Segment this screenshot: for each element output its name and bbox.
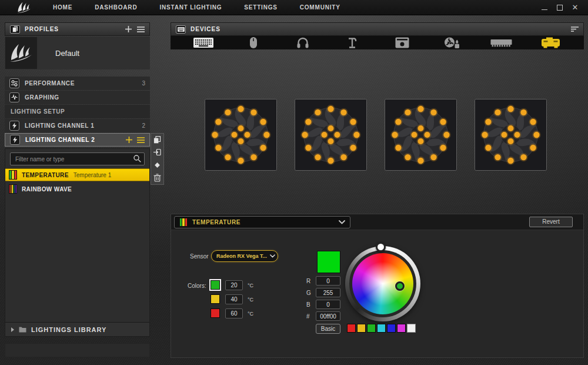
corsair-logo-icon xyxy=(15,1,33,14)
device-memory[interactable] xyxy=(476,36,526,49)
hex-input[interactable] xyxy=(316,311,340,321)
lighting-name: RAINBOW WAVE xyxy=(22,186,72,193)
swatch-red[interactable] xyxy=(347,324,356,333)
device-cooler[interactable] xyxy=(427,36,476,49)
performance-icon xyxy=(9,78,19,88)
swatch-white[interactable] xyxy=(407,324,416,333)
graphing-icon xyxy=(9,92,19,102)
nav-settings[interactable]: SETTINGS xyxy=(244,4,277,11)
close-icon[interactable]: ✕ xyxy=(572,4,579,11)
g-label: G xyxy=(306,290,313,296)
maximize-icon[interactable] xyxy=(556,4,563,11)
temp-input-2[interactable] xyxy=(225,294,243,304)
minimize-icon[interactable] xyxy=(541,4,548,11)
copy-icon[interactable] xyxy=(153,136,161,144)
lighting-name: TEMPERATURE xyxy=(22,172,69,178)
rainbow-gradient-icon xyxy=(9,184,17,194)
temperature-gradient-icon xyxy=(179,218,188,227)
filter-input[interactable] xyxy=(10,152,145,165)
fan-2[interactable] xyxy=(295,99,367,171)
device-headset[interactable] xyxy=(278,36,328,49)
swatch-cyan[interactable] xyxy=(377,324,386,333)
devices-sort-icon[interactable] xyxy=(571,26,579,32)
chevron-down-icon xyxy=(339,220,345,224)
color-selector[interactable] xyxy=(395,281,405,291)
device-lighting-node[interactable] xyxy=(526,36,576,49)
lighting-item-rainbow-wave[interactable]: RAINBOW WAVE xyxy=(5,182,149,195)
channel1-badge: 2 xyxy=(142,122,145,129)
add-lighting-icon[interactable] xyxy=(126,137,132,143)
sensor-dropdown[interactable]: Radeon RX Vega T... xyxy=(211,250,278,262)
nav-community[interactable]: COMMUNITY xyxy=(300,4,340,11)
swatch-blue[interactable] xyxy=(387,324,396,333)
search-icon xyxy=(133,155,141,162)
devices-panel: DEVICES xyxy=(171,22,584,49)
temp-input-3[interactable] xyxy=(225,308,243,318)
device-mouse[interactable] xyxy=(228,36,278,49)
delete-icon[interactable] xyxy=(153,174,161,182)
profiles-menu-icon[interactable] xyxy=(137,26,145,32)
swatch-green[interactable] xyxy=(367,324,376,333)
performance-label: PERFORMANCE xyxy=(25,80,75,87)
main-nav: HOME DASHBOARD INSTANT LIGHTING SETTINGS… xyxy=(53,4,340,11)
sidebar-item-graphing[interactable]: GRAPHING xyxy=(5,91,150,104)
profiles-icon xyxy=(10,25,20,34)
devices-icon xyxy=(176,25,186,34)
graphing-label: GRAPHING xyxy=(25,94,59,101)
effect-dropdown[interactable]: TEMPERATURE xyxy=(174,216,350,228)
channel2-menu-icon[interactable] xyxy=(137,137,145,143)
brightness-knob[interactable] xyxy=(376,242,386,252)
devices-header: DEVICES xyxy=(171,22,584,36)
device-keyboard[interactable] xyxy=(179,36,228,49)
unit-label: °C xyxy=(248,283,253,288)
nav-instant-lighting[interactable]: INSTANT LIGHTING xyxy=(159,4,222,11)
swatch-magenta[interactable] xyxy=(397,324,406,333)
fan-3[interactable] xyxy=(385,99,457,171)
color-preview xyxy=(317,251,340,273)
import-icon[interactable] xyxy=(153,148,161,156)
r-input[interactable] xyxy=(316,276,340,286)
sidebar-item-lighting-channel-2[interactable]: LIGHTING CHANNEL 2 xyxy=(5,133,150,147)
hex-label: # xyxy=(306,313,313,320)
folder-icon xyxy=(19,326,26,333)
lighting-list-panel: TEMPERATURE Temperature 1 RAINBOW WAVE L… xyxy=(5,148,150,337)
channel2-label: LIGHTING CHANNEL 2 xyxy=(25,137,95,143)
nav-home[interactable]: HOME xyxy=(53,4,72,11)
color-stop-swatch-1[interactable] xyxy=(211,280,220,290)
fan-canvas xyxy=(205,99,547,171)
profiles-header: PROFILES xyxy=(5,22,150,36)
device-headset-stand[interactable] xyxy=(328,36,377,49)
add-profile-icon[interactable] xyxy=(125,26,132,32)
chevron-down-icon xyxy=(270,254,275,258)
color-stop-swatch-2[interactable] xyxy=(211,294,220,304)
effect-bar: TEMPERATURE Revert xyxy=(171,214,583,230)
revert-button[interactable]: Revert xyxy=(529,217,573,227)
device-strip xyxy=(171,36,584,49)
nav-dashboard[interactable]: DASHBOARD xyxy=(95,4,137,11)
lighting-item-temperature[interactable]: TEMPERATURE Temperature 1 xyxy=(5,168,149,181)
fan-4[interactable] xyxy=(475,99,547,171)
g-input[interactable] xyxy=(316,288,340,297)
sidebar-item-performance[interactable]: PERFORMANCE 3 xyxy=(5,77,150,90)
sidebar-nav: PERFORMANCE 3 GRAPHING LIGHTING SETUP LI… xyxy=(5,77,150,147)
fan-1[interactable] xyxy=(205,99,277,171)
profiles-panel: PROFILES Default xyxy=(5,22,150,69)
color-wheel xyxy=(345,246,420,321)
profile-default[interactable]: Default xyxy=(5,36,150,69)
sidebar-footer-bar xyxy=(5,343,150,357)
color-stop-swatch-3[interactable] xyxy=(211,308,220,318)
basic-mode-button[interactable]: Basic xyxy=(316,324,340,334)
window-controls: ✕ xyxy=(541,4,579,11)
b-input[interactable] xyxy=(316,300,340,309)
expand-caret-icon xyxy=(11,327,14,332)
devices-title: DEVICES xyxy=(191,26,220,32)
device-power-supply[interactable] xyxy=(377,36,427,49)
unit-label: °C xyxy=(248,311,253,317)
lightings-library-row[interactable]: LIGHTINGS LIBRARY xyxy=(5,322,149,336)
sidebar-item-lighting-channel-1[interactable]: LIGHTING CHANNEL 1 2 xyxy=(5,119,150,132)
sensor-label: Sensor xyxy=(190,253,209,260)
sensor-value: Radeon RX Vega T... xyxy=(216,253,267,259)
temp-input-1[interactable] xyxy=(225,280,243,290)
swatch-yellow[interactable] xyxy=(357,324,366,333)
diamond-icon[interactable] xyxy=(153,161,161,169)
